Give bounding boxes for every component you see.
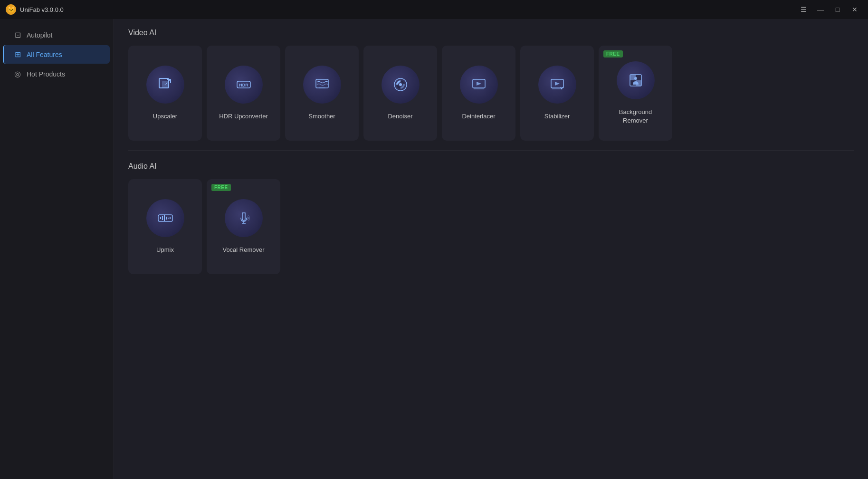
hdr-icon: HDR	[234, 75, 254, 95]
svg-point-24	[634, 77, 637, 80]
section-divider	[128, 150, 854, 151]
vocal-remover-badge: FREE	[211, 184, 231, 191]
bgremover-icon	[626, 70, 646, 90]
feature-card-deinterlacer[interactable]: Deinterlacer	[442, 46, 515, 141]
svg-rect-26	[160, 217, 161, 219]
background-remover-label: BackgroundRemover	[619, 108, 652, 125]
hot-products-icon: ◎	[13, 69, 22, 78]
svg-marker-13	[477, 82, 481, 86]
svg-marker-16	[555, 82, 560, 86]
feature-card-upscaler[interactable]: Upscaler	[128, 46, 202, 141]
svg-rect-29	[166, 217, 167, 220]
maximize-button[interactable]: □	[830, 2, 845, 17]
titlebar: 🐱 UniFab v3.0.0.0 ☰ — □ ✕	[0, 0, 868, 19]
denoiser-icon-circle	[382, 66, 420, 104]
video-ai-section-title: Video AI	[128, 29, 854, 37]
upmix-label: Upmix	[156, 246, 174, 254]
svg-rect-28	[164, 215, 165, 221]
upscaler-icon-circle	[146, 66, 184, 104]
background-remover-badge: FREE	[603, 50, 623, 57]
smoother-label: Smoother	[308, 112, 335, 121]
svg-rect-30	[168, 218, 169, 219]
feature-card-denoiser[interactable]: Denoiser	[363, 46, 437, 141]
upscaler-icon	[155, 75, 175, 95]
deinterlacer-icon-circle	[460, 66, 498, 104]
close-button[interactable]: ✕	[847, 2, 862, 17]
svg-text:HDR: HDR	[239, 83, 248, 87]
vocal-remover-label: Vocal Remover	[222, 246, 264, 254]
audio-ai-feature-grid: Upmix FREE Vocal R	[128, 179, 854, 274]
deinterlacer-label: Deinterlacer	[462, 112, 495, 121]
sidebar-item-autopilot[interactable]: ⊡ Autopilot	[4, 26, 110, 44]
stabilizer-icon	[547, 75, 567, 95]
sidebar-item-all-features[interactable]: ⊞ All Features	[3, 45, 110, 64]
svg-rect-27	[162, 216, 163, 220]
hdr-label: HDR Upconverter	[219, 112, 268, 121]
upscaler-label: Upscaler	[153, 112, 177, 121]
sidebar-label-autopilot: Autopilot	[27, 31, 52, 39]
feature-card-smoother[interactable]: Smoother	[285, 46, 359, 141]
smoother-icon-circle	[303, 66, 341, 104]
upmix-icon-circle	[146, 199, 184, 237]
feature-card-background-remover[interactable]: FREE BackgroundRemover	[599, 46, 672, 141]
feature-card-vocal-remover[interactable]: FREE Vocal Remover	[207, 179, 280, 274]
svg-rect-31	[170, 217, 171, 219]
audio-ai-section-title: Audio AI	[128, 162, 854, 171]
denoiser-label: Denoiser	[388, 112, 412, 121]
autopilot-icon: ⊡	[13, 30, 22, 39]
sidebar: ⊡ Autopilot ⊞ All Features ◎ Hot Product…	[0, 19, 114, 479]
feature-card-hdr[interactable]: HDR HDR Upconverter	[207, 46, 280, 141]
vocalremover-icon	[234, 208, 254, 228]
svg-point-11	[399, 83, 402, 86]
app-icon: 🐱	[6, 4, 16, 15]
titlebar-left: 🐱 UniFab v3.0.0.0	[6, 4, 64, 15]
smoother-icon	[312, 75, 332, 95]
deinterlacer-icon	[469, 75, 489, 95]
vocalremover-icon-circle	[225, 199, 263, 237]
titlebar-controls: ☰ — □ ✕	[796, 2, 862, 17]
hdr-icon-circle: HDR	[225, 66, 263, 104]
all-features-icon: ⊞	[13, 50, 22, 59]
menu-button[interactable]: ☰	[796, 2, 811, 17]
sidebar-item-hot-products[interactable]: ◎ Hot Products	[4, 65, 110, 83]
sidebar-label-hot-products: Hot Products	[27, 70, 65, 78]
feature-card-stabilizer[interactable]: Stabilizer	[520, 46, 594, 141]
feature-card-upmix[interactable]: Upmix	[128, 179, 202, 274]
main-content: Video AI Upscaler	[114, 19, 868, 479]
upmix-icon	[155, 208, 175, 228]
bgremover-icon-circle	[617, 61, 655, 99]
stabilizer-icon-circle	[538, 66, 576, 104]
minimize-button[interactable]: —	[813, 2, 828, 17]
app-body: ⊡ Autopilot ⊞ All Features ◎ Hot Product…	[0, 19, 868, 479]
denoiser-icon	[391, 75, 410, 95]
sidebar-label-all-features: All Features	[27, 51, 62, 58]
video-ai-feature-grid: Upscaler HDR HDR Upconverter	[128, 46, 854, 141]
app-title: UniFab v3.0.0.0	[20, 6, 64, 13]
stabilizer-label: Stabilizer	[544, 112, 570, 121]
